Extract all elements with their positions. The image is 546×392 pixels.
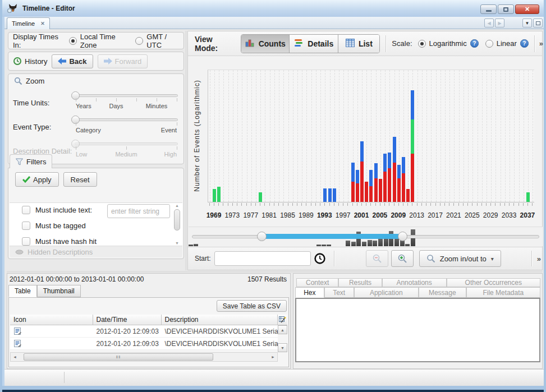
table-row[interactable]: 2012-01-20 12:09:03\DEVICE\HARDDISKVOLUM…: [10, 338, 278, 350]
slider-track-3[interactable]: [75, 142, 178, 145]
scroll-left-icon[interactable]: ◄: [11, 353, 19, 361]
results-tab-table[interactable]: Table: [8, 285, 37, 297]
checkbox-unchecked[interactable]: [22, 222, 30, 230]
zoom-in-button[interactable]: [391, 250, 414, 267]
reset-filters-button[interactable]: Reset: [63, 172, 97, 187]
tab-timeline[interactable]: Timeline ✕: [7, 17, 50, 29]
toolbar-overflow-icon[interactable]: »: [539, 39, 542, 48]
vertical-splitter[interactable]: [185, 31, 187, 270]
checkbox-unchecked[interactable]: [22, 206, 30, 214]
event-bar-2002[interactable]: [365, 182, 368, 202]
event-bar-1995[interactable]: [333, 188, 336, 202]
back-button[interactable]: Back: [52, 54, 93, 68]
tab-list-dropdown-icon[interactable]: ▼: [522, 19, 532, 27]
event-bar-1969[interactable]: [213, 189, 216, 202]
viewer-tab-file-metadata[interactable]: File Metadata: [466, 287, 540, 298]
event-bar-1999[interactable]: [351, 163, 355, 202]
radio-icon[interactable]: [135, 37, 143, 45]
viewer-tab-results[interactable]: Results: [338, 278, 382, 287]
table-row[interactable]: 2012-01-20 12:09:03\DEVICE\HARDDISKVOLUM…: [10, 325, 278, 338]
viewer-tab-text[interactable]: Text: [324, 287, 354, 298]
viewer-tab-application[interactable]: Application: [354, 287, 419, 298]
maximize-button[interactable]: [498, 4, 514, 14]
event-bar-2005[interactable]: [379, 179, 382, 202]
column-chooser-button[interactable]: [278, 315, 287, 325]
event-bar-2003[interactable]: [369, 170, 373, 202]
close-button[interactable]: ✕: [515, 4, 539, 14]
time-toolbar-overflow-icon[interactable]: »: [537, 255, 540, 263]
slider-track-2[interactable]: [75, 118, 178, 121]
viewer-tab-message[interactable]: Message: [419, 287, 466, 298]
filters-tab[interactable]: Filters: [10, 154, 52, 168]
event-bar-1970[interactable]: [217, 187, 221, 202]
help-icon[interactable]: ?: [520, 39, 529, 48]
slider-track-1[interactable]: [75, 94, 178, 97]
view-mode-details[interactable]: Details: [290, 35, 338, 53]
hidden-descriptions-button[interactable]: Hidden Descriptions: [10, 246, 182, 257]
event-bar-2007[interactable]: [388, 153, 391, 202]
view-mode-list[interactable]: List: [338, 35, 379, 53]
column-header-icon[interactable]: Icon: [10, 315, 93, 325]
event-bar-2012[interactable]: [411, 90, 414, 202]
event-bar-2008[interactable]: [393, 137, 396, 202]
viewer-tab-other-occurrences[interactable]: Other Occurrences: [447, 278, 540, 287]
event-bar-2037[interactable]: [526, 192, 530, 202]
help-icon[interactable]: ?: [470, 39, 479, 48]
event-bar-2006[interactable]: [383, 154, 387, 202]
history-button[interactable]: History: [13, 57, 47, 66]
viewer-tab-hex[interactable]: Hex: [295, 287, 324, 298]
scroll-up-icon[interactable]: ▲: [174, 204, 180, 207]
event-bar-1994[interactable]: [328, 188, 332, 202]
radio-icon[interactable]: [485, 40, 493, 48]
radio-icon[interactable]: [418, 40, 426, 48]
timezone-radio-local-time-zone[interactable]: Local Time Zone: [69, 33, 128, 49]
horizontal-splitter[interactable]: [7, 271, 543, 273]
clock-picker-icon[interactable]: [314, 252, 326, 265]
save-csv-button[interactable]: Save Table as CSV: [217, 300, 287, 312]
result-count: 1507 Results: [247, 275, 287, 283]
scale-radio-logarithmic[interactable]: Logarithmic?: [418, 39, 479, 48]
filter-list-scrollbar[interactable]: ▲ ▼: [174, 204, 181, 245]
checkbox-unchecked[interactable]: [22, 237, 30, 246]
scroll-up-icon[interactable]: ▲: [278, 325, 287, 334]
event-bar-2000[interactable]: [356, 170, 359, 202]
scroll-down-icon[interactable]: ▼: [278, 343, 287, 352]
timezone-radio-gmt-utc[interactable]: GMT / UTC: [135, 33, 179, 49]
results-vertical-scrollbar[interactable]: ▲ ▼: [278, 325, 287, 352]
event-bar-1993[interactable]: [323, 188, 327, 202]
event-bar-2001[interactable]: [360, 141, 364, 202]
viewer-tab-annotations[interactable]: Annotations: [382, 278, 447, 287]
view-mode-counts[interactable]: Counts: [241, 35, 290, 53]
column-header-date-time[interactable]: Date/Time: [93, 315, 162, 325]
forward-button[interactable]: Forward: [98, 54, 148, 68]
start-datetime-input[interactable]: [214, 251, 311, 266]
viewer-tab-context[interactable]: Context: [296, 278, 338, 287]
radio-icon[interactable]: [69, 37, 77, 45]
results-horizontal-scrollbar[interactable]: ◄ ‖‖ ►: [10, 352, 278, 362]
scroll-down-icon[interactable]: ▼: [174, 241, 180, 245]
minimize-button[interactable]: [480, 4, 497, 14]
hex-content-area[interactable]: [295, 298, 540, 362]
zoom-in-out-dropdown[interactable]: Zoom in/out to ▾: [419, 250, 501, 267]
scale-radio-linear[interactable]: Linear?: [485, 39, 529, 48]
scroll-right-icon[interactable]: ►: [269, 353, 277, 361]
event-bar-1979[interactable]: [259, 192, 262, 202]
tab-close-icon[interactable]: ✕: [40, 21, 45, 26]
maximize-pane-icon[interactable]: [533, 19, 543, 27]
scroll-tabs-right-icon[interactable]: ▶: [495, 19, 504, 27]
event-bar-2010[interactable]: [402, 157, 405, 202]
event-bar-2009[interactable]: [397, 165, 401, 202]
apply-filters-button[interactable]: Apply: [15, 172, 59, 187]
scrollbar-thumb[interactable]: ‖‖: [24, 353, 213, 361]
scroll-tabs-left-icon[interactable]: ◀: [484, 19, 494, 27]
event-bar-2011[interactable]: [406, 189, 410, 202]
range-slider-thumb-left[interactable]: [257, 232, 267, 241]
zoom-out-button[interactable]: [366, 250, 388, 267]
range-slider-thumb-right[interactable]: [398, 232, 407, 241]
results-tab-thumbnail[interactable]: Thumbnail: [37, 285, 81, 297]
range-slider-selection[interactable]: [261, 234, 402, 239]
event-bar-2004[interactable]: [374, 163, 378, 202]
column-header-description[interactable]: Description: [162, 315, 278, 325]
filter-text-input[interactable]: [107, 204, 170, 218]
scrollbar-thumb[interactable]: [174, 209, 180, 230]
